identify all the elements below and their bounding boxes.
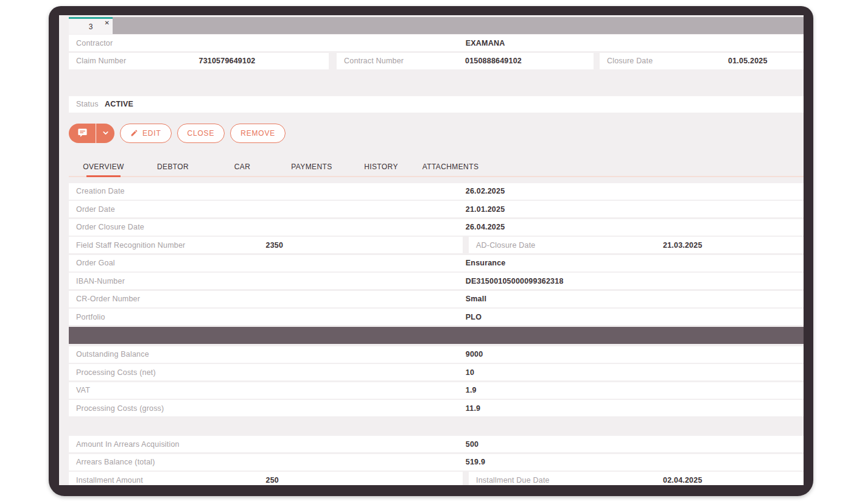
field-label: IBAN-Number [76,277,125,285]
contractor-row: Contractor EXAMANA [69,35,804,51]
field-pair-row: Field Staff Recognition Number2350AD-Clo… [69,237,804,253]
tab-overview[interactable]: OVERVIEW [69,158,138,176]
window-tab[interactable]: 3 ✕ [69,17,113,34]
field-value: 21.03.2025 [663,241,703,250]
field-label: AD-Closure Date [476,241,535,250]
close-icon[interactable]: ✕ [105,19,110,27]
field-value: Small [466,295,486,303]
field-row: VAT1.9 [69,382,804,399]
contract-number-field: Contract Number 0150888649102 [337,53,594,69]
field-label: CR-Order Number [76,295,140,303]
claim-number-value: 7310579649102 [199,57,256,65]
field-value: 500 [466,440,478,449]
section-spacer [59,418,804,435]
field-row: Amount In Arrears Acquisition500 [69,436,804,452]
tab-debtor[interactable]: DEBTOR [138,158,208,176]
field-row: Creation Date26.02.2025 [69,183,804,200]
field-value: 519.9 [466,458,485,466]
field-value: 02.04.2025 [663,476,703,485]
field-value: 21.01.2025 [466,205,505,214]
field-label: Field Staff Recognition Number [76,241,185,250]
field-row: CR-Order NumberSmall [69,291,804,307]
tab-attachments[interactable]: ATTACHMENTS [416,158,485,176]
section-divider-bar [69,327,804,344]
field-label: VAT [76,386,90,394]
claim-number-label: Claim Number [76,57,126,65]
closure-date-field: Closure Date 01.05.2025 [600,53,804,69]
overview-rows: Creation Date26.02.2025Order Date21.01.2… [59,183,804,486]
field-right: Installment Due Date02.04.2025 [469,472,804,485]
remove-button[interactable]: REMOVE [230,124,286,143]
pencil-icon [130,129,138,137]
field-value: PLO [466,313,482,321]
field-right: AD-Closure Date21.03.2025 [469,237,804,253]
field-value: DE31500105000099362318 [466,277,564,285]
field-label: Installment Amount [76,476,143,485]
tab-history[interactable]: HISTORY [346,158,416,176]
window-tab-strip: 3 ✕ [69,17,804,34]
remove-button-label: REMOVE [240,129,275,138]
status-label: Status [76,100,99,108]
field-label: Order Closure Date [76,223,144,231]
tab-car[interactable]: CAR [208,158,277,176]
status-row: Status ACTIVE [69,96,804,113]
field-value: 9000 [466,350,483,359]
window-frame: 3 ✕ Contractor EXAMANA Claim Number 7310… [49,6,813,496]
field-label: Outstanding Balance [76,350,149,359]
closure-date-label: Closure Date [607,57,653,65]
section-tab-bar: OVERVIEW DEBTOR CAR PAYMENTS HISTORY ATT… [69,158,804,177]
field-label: Arrears Balance (total) [76,458,155,466]
field-value: 26.02.2025 [466,187,505,195]
field-value: 10 [466,368,474,377]
field-label: Portfolio [76,313,105,321]
claim-number-field: Claim Number 7310579649102 [69,53,329,69]
field-value: 250 [266,476,279,485]
field-row: Processing Costs (net)10 [69,364,804,380]
field-label: Processing Costs (gross) [76,404,164,413]
tab-payments[interactable]: PAYMENTS [277,158,346,176]
closure-date-value: 01.05.2025 [728,57,768,65]
field-value: Ensurance [466,259,506,267]
field-label: Processing Costs (net) [76,368,156,377]
field-row: Order Closure Date26.04.2025 [69,219,804,236]
contract-number-value: 0150888649102 [465,57,522,65]
field-row: Outstanding Balance9000 [69,346,804,363]
field-row: Order GoalEnsurance [69,255,804,271]
contractor-value: EXAMANA [466,39,505,47]
status-badge: ACTIVE [105,100,133,108]
field-row: PortfolioPLO [69,309,804,325]
header-fields-row: Claim Number 7310579649102 Contract Numb… [69,53,804,69]
comment-icon[interactable] [69,124,96,143]
field-row: Arrears Balance (total)519.9 [69,454,804,471]
edit-button-label: EDIT [142,129,161,138]
close-button[interactable]: CLOSE [177,124,225,143]
app-screen: 3 ✕ Contractor EXAMANA Claim Number 7310… [59,15,804,485]
field-label: Amount In Arrears Acquisition [76,440,180,449]
field-label: Creation Date [76,187,125,195]
field-row: Processing Costs (gross)11.9 [69,400,804,416]
field-label: Order Date [76,205,115,214]
close-button-label: CLOSE [187,129,215,138]
field-row: IBAN-NumberDE31500105000099362318 [69,273,804,289]
field-pair-row: Installment Amount250Installment Due Dat… [69,472,804,485]
contract-number-label: Contract Number [344,57,404,65]
chevron-down-icon[interactable] [96,124,114,143]
field-value: 26.04.2025 [466,223,505,231]
toolbar: EDIT CLOSE REMOVE [69,124,804,143]
field-row: Order Date21.01.2025 [69,201,804,217]
field-label: Order Goal [76,259,115,267]
window-tab-label: 3 [89,23,93,31]
field-label: Installment Due Date [476,476,550,485]
contractor-label: Contractor [76,39,113,47]
field-left: Installment Amount250 [69,472,463,485]
comment-split-button[interactable] [69,124,114,143]
field-value: 11.9 [466,404,480,413]
edit-button[interactable]: EDIT [120,124,172,143]
field-value: 1.9 [466,386,477,394]
field-value: 2350 [266,241,284,250]
field-left: Field Staff Recognition Number2350 [69,237,463,253]
